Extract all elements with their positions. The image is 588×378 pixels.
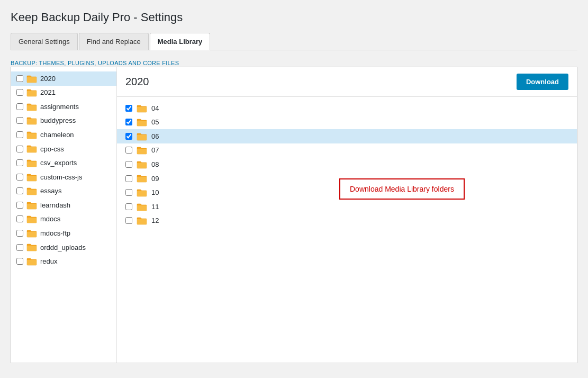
folder-icon <box>26 116 37 125</box>
folder-icon <box>137 202 147 211</box>
folder-label-05: 05 <box>151 118 159 126</box>
tab-find-and-replace[interactable]: Find and Replace <box>79 33 149 50</box>
sidebar-label-custom-css-js: custom-css-js <box>40 173 82 181</box>
sidebar-checkbox-orddd_uploads[interactable] <box>16 244 23 251</box>
sidebar-label-mdocs: mdocs <box>40 215 60 223</box>
backup-link[interactable]: BACKUP: THEMES, PLUGINS, UPLOADS AND COR… <box>11 60 179 66</box>
sidebar-checkbox-2021[interactable] <box>16 89 23 96</box>
folder-label-07: 07 <box>151 146 159 154</box>
sidebar-item-chameleon[interactable]: chameleon <box>11 128 116 142</box>
folder-icon <box>137 188 147 197</box>
folder-icon <box>26 173 37 182</box>
folder-icon <box>26 257 37 266</box>
sidebar-item-orddd_uploads[interactable]: orddd_uploads <box>11 240 116 255</box>
sidebar-checkbox-2020[interactable] <box>16 75 23 82</box>
folder-icon <box>26 243 37 252</box>
folder-checkbox-07[interactable] <box>125 147 132 154</box>
folder-icon <box>137 132 147 141</box>
folder-label-09: 09 <box>151 175 159 183</box>
sidebar-checkbox-mdocs[interactable] <box>16 215 23 222</box>
tabs-bar: General Settings Find and Replace Media … <box>11 33 577 50</box>
folder-checkbox-04[interactable] <box>125 105 132 112</box>
folder-checkbox-08[interactable] <box>125 161 132 168</box>
folder-icon <box>26 88 37 97</box>
folder-icon <box>26 201 37 210</box>
folder-icon <box>26 145 37 154</box>
folder-icon <box>26 215 37 224</box>
folder-label-10: 10 <box>151 188 159 196</box>
sidebar-label-chameleon: chameleon <box>40 131 74 139</box>
sidebar-checkbox-buddypress[interactable] <box>16 117 23 124</box>
folder-icon <box>137 118 147 127</box>
sidebar-label-orddd_uploads: orddd_uploads <box>40 244 86 251</box>
sidebar-label-redux: redux <box>40 257 58 265</box>
sidebar-item-2020[interactable]: 2020 <box>11 71 116 86</box>
sidebar-label-assignments: assignments <box>40 103 79 111</box>
sidebar-item-mdocs[interactable]: mdocs <box>11 212 116 227</box>
folder-icon <box>137 217 147 226</box>
page-title: Keep Backup Daily Pro - Settings <box>11 11 577 24</box>
sidebar-checkbox-redux[interactable] <box>16 258 23 265</box>
folder-icon <box>26 130 37 139</box>
sidebar-item-essays[interactable]: essays <box>11 184 116 199</box>
folder-row-04[interactable]: 04 <box>117 101 577 115</box>
sidebar-checkbox-cpo-css[interactable] <box>16 146 23 152</box>
folder-checkbox-06[interactable] <box>125 133 132 140</box>
folder-icon <box>137 160 147 169</box>
folder-checkbox-12[interactable] <box>125 217 132 224</box>
sidebar-item-learndash[interactable]: learndash <box>11 198 116 212</box>
sidebar-label-cpo-css: cpo-css <box>40 145 64 153</box>
folder-row-08[interactable]: 08 <box>117 157 577 172</box>
sidebar-checkbox-essays[interactable] <box>16 187 23 194</box>
folder-row-10[interactable]: 10 <box>117 185 577 200</box>
sidebar-item-assignments[interactable]: assignments <box>11 100 116 114</box>
tab-media-library[interactable]: Media Library <box>150 33 211 50</box>
sidebar-checkbox-assignments[interactable] <box>16 103 23 110</box>
folder-icon <box>137 146 147 155</box>
sidebar-checkbox-mdocs-ftp[interactable] <box>16 230 23 237</box>
sidebar-item-redux[interactable]: redux <box>11 254 116 268</box>
sidebar-label-csv_exports: csv_exports <box>40 159 77 167</box>
folder-row-11[interactable]: 11 <box>117 200 577 214</box>
sidebar-item-custom-css-js[interactable]: custom-css-js <box>11 170 116 184</box>
folder-checkbox-11[interactable] <box>125 203 132 210</box>
sidebar-item-buddypress[interactable]: buddypress <box>11 114 116 128</box>
sidebar-item-cpo-css[interactable]: cpo-css <box>11 142 116 156</box>
folder-label-04: 04 <box>151 104 159 112</box>
sidebar-label-buddypress: buddypress <box>40 116 76 124</box>
tab-general-settings[interactable]: General Settings <box>11 33 78 50</box>
sidebar-label-learndash: learndash <box>40 201 70 209</box>
folder-row-07[interactable]: 07 <box>117 143 577 158</box>
folder-label-11: 11 <box>151 203 159 211</box>
sidebar-checkbox-learndash[interactable] <box>16 202 23 209</box>
sidebar-item-2021[interactable]: 2021 <box>11 86 116 100</box>
content-folder-title: 2020 <box>125 76 149 88</box>
sidebar-label-essays: essays <box>40 187 61 195</box>
folder-label-06: 06 <box>151 132 159 140</box>
folder-icon <box>26 229 37 238</box>
folder-checkbox-10[interactable] <box>125 189 132 196</box>
folder-row-05[interactable]: 05 <box>117 115 577 130</box>
folder-checkbox-05[interactable] <box>125 119 132 125</box>
content-header: 2020 Download <box>117 67 577 97</box>
sidebar-checkbox-chameleon[interactable] <box>16 131 23 138</box>
sidebar-label-2021: 2021 <box>40 88 56 96</box>
sidebar-item-csv_exports[interactable]: csv_exports <box>11 156 116 170</box>
folder-list: 04 05 06 07 08 09 10 11 12 <box>117 97 577 232</box>
sidebar-checkbox-custom-css-js[interactable] <box>16 174 23 181</box>
main-content: 2020 2021 assignments buddypress chamele… <box>11 67 577 363</box>
sidebar-checkbox-csv_exports[interactable] <box>16 159 23 166</box>
folder-icon <box>137 174 147 183</box>
sidebar-item-mdocs-ftp[interactable]: mdocs-ftp <box>11 226 116 240</box>
folder-icon <box>26 102 37 111</box>
sidebar-label-2020: 2020 <box>40 75 56 83</box>
content-area: 2020 Download 04 05 06 07 08 09 10 <box>117 67 577 363</box>
folder-label-08: 08 <box>151 160 159 168</box>
download-button[interactable]: Download <box>517 74 568 90</box>
folder-icon <box>26 158 37 167</box>
folder-row-09[interactable]: 09 <box>117 172 577 186</box>
folder-checkbox-09[interactable] <box>125 175 132 182</box>
folder-row-12[interactable]: 12 <box>117 214 577 228</box>
folder-row-06[interactable]: 06 <box>117 129 577 143</box>
folder-label-12: 12 <box>151 217 159 224</box>
